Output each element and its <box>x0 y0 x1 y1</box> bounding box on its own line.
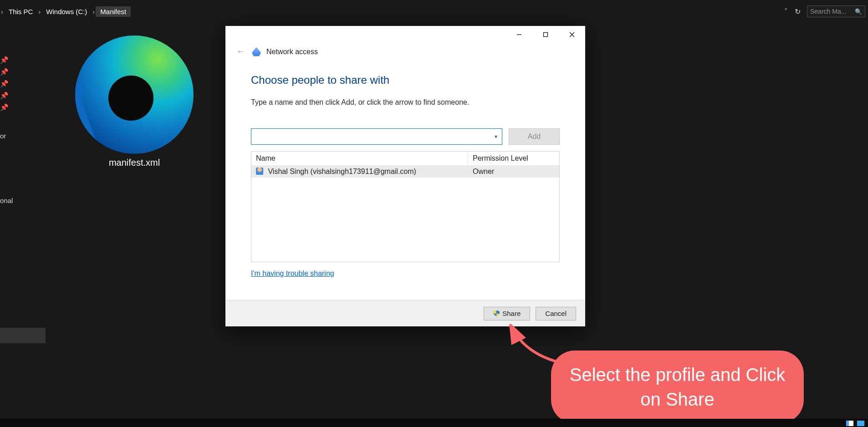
list-header: Name Permission Level <box>251 152 559 166</box>
svg-rect-1 <box>544 33 548 37</box>
chevron-right-icon: › <box>0 8 4 15</box>
cancel-button[interactable]: Cancel <box>536 307 576 320</box>
column-header-name[interactable]: Name <box>251 152 468 166</box>
show-desktop-icon[interactable] <box>857 421 864 426</box>
cancel-button-label: Cancel <box>545 310 567 317</box>
refresh-icon[interactable]: ↻ <box>791 5 803 18</box>
network-share-icon <box>252 47 261 56</box>
share-button-label: Share <box>502 310 521 317</box>
file-name-label: manifest.xml <box>68 158 200 168</box>
dialog-footer: Share Cancel <box>225 300 585 326</box>
pin-icon: 📌 <box>0 92 7 100</box>
chevron-down-icon[interactable]: ˅ <box>781 5 791 17</box>
search-icon: 🔍 <box>855 8 862 15</box>
pin-icon: 📌 <box>0 56 7 64</box>
system-tray[interactable] <box>846 421 864 426</box>
list-item-permission: Owner <box>468 166 559 178</box>
breadcrumb-segment-current[interactable]: Manifest <box>96 6 131 17</box>
uac-shield-icon <box>493 310 500 317</box>
nav-item-fragment[interactable]: or <box>0 132 46 140</box>
taskbar[interactable] <box>0 419 868 427</box>
breadcrumb-segment[interactable]: Windows (C:) <box>41 6 92 17</box>
quick-access-pins: 📌 📌 📌 📌 📌 <box>0 52 46 115</box>
back-arrow-icon[interactable]: ← <box>235 45 246 58</box>
dialog-heading: Choose people to share with <box>251 74 560 86</box>
pin-icon: 📌 <box>0 103 7 112</box>
window-titlebar <box>225 26 585 46</box>
add-button[interactable]: Add <box>509 128 560 145</box>
pin-icon: 📌 <box>0 68 7 76</box>
chevron-down-icon[interactable]: ▾ <box>492 133 500 140</box>
share-name-combobox[interactable]: ▾ <box>251 128 502 145</box>
annotation-callout: Select the profile and Click on Share <box>551 351 804 423</box>
list-item[interactable]: Vishal Singh (vishalsingh173911@gmail.co… <box>251 166 559 178</box>
dialog-title: Network access <box>266 48 318 56</box>
close-button[interactable] <box>559 26 585 43</box>
explorer-search-input[interactable]: Search Ma... 🔍 <box>807 5 865 17</box>
breadcrumb-segment[interactable]: This PC <box>4 6 37 17</box>
share-button[interactable]: Share <box>484 307 530 320</box>
annotation-text: Select the profile and Click on Share <box>565 362 790 412</box>
trouble-sharing-link[interactable]: I'm having trouble sharing <box>251 269 334 278</box>
share-people-list[interactable]: Name Permission Level Vishal Singh (vish… <box>251 151 560 262</box>
tray-icon[interactable] <box>846 421 853 426</box>
user-icon <box>256 168 263 175</box>
address-bar[interactable]: › This PC › Windows (C:) › Manifest ˅ ↻ … <box>0 5 868 17</box>
pin-icon: 📌 <box>0 80 7 88</box>
chevron-right-icon: › <box>37 8 41 15</box>
nav-item-fragment[interactable]: onal <box>0 197 46 204</box>
search-placeholder: Search Ma... <box>810 8 846 15</box>
minimize-button[interactable] <box>506 26 532 43</box>
share-name-input[interactable] <box>255 129 492 144</box>
maximize-button[interactable] <box>532 26 559 43</box>
chevron-right-icon: › <box>92 8 96 15</box>
list-item-name: Vishal Singh (vishalsingh173911@gmail.co… <box>268 168 416 175</box>
column-header-permission[interactable]: Permission Level <box>468 152 559 166</box>
edge-app-icon <box>75 36 194 154</box>
dialog-instruction: Type a name and then click Add, or click… <box>251 98 560 107</box>
file-item[interactable]: manifest.xml <box>68 36 200 168</box>
network-access-dialog: ← Network access Choose people to share … <box>225 26 585 326</box>
nav-item-selected[interactable] <box>0 328 46 343</box>
